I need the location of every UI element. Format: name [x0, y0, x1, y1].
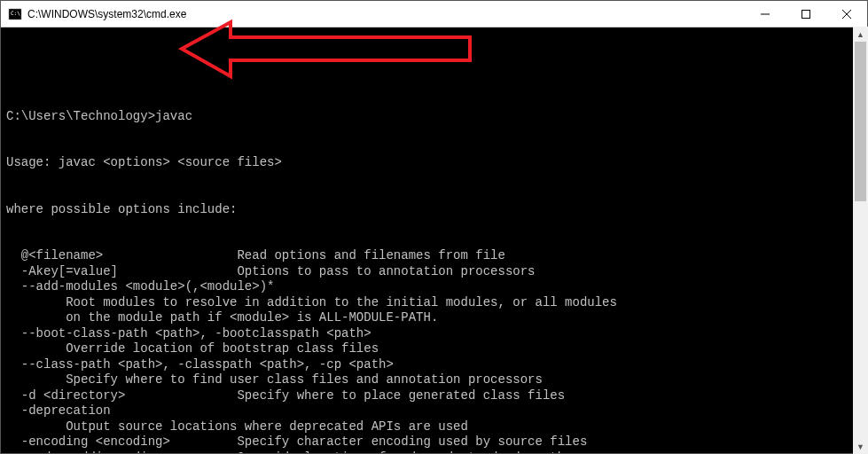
output-line: -deprecation — [6, 403, 862, 419]
window-controls — [745, 1, 867, 27]
scroll-thumb[interactable] — [855, 42, 866, 201]
cmd-window: C:\ C:\WINDOWS\system32\cmd.exe C:\Users… — [0, 0, 868, 454]
titlebar[interactable]: C:\ C:\WINDOWS\system32\cmd.exe — [1, 1, 867, 27]
output-line: -encoding <encoding> Specify character e… — [6, 434, 862, 450]
output-line: --boot-class-path <path>, -bootclasspath… — [6, 326, 862, 342]
output-line: --add-modules <module>(,<module>)* — [6, 279, 862, 295]
window-title: C:\WINDOWS\system32\cmd.exe — [27, 8, 745, 20]
cmd-icon: C:\ — [8, 7, 22, 21]
output-line: --class-path <path>, -classpath <path>, … — [6, 357, 862, 373]
blank-line — [6, 62, 862, 78]
output-line: Root modules to resolve in addition to t… — [6, 295, 862, 311]
terminal-output[interactable]: C:\Users\Technology>javac Usage: javac <… — [1, 27, 867, 453]
prompt-path: C:\Users\Technology> — [6, 109, 155, 123]
output-line: -Akey[=value] Options to pass to annotat… — [6, 264, 862, 280]
svg-text:C:\: C:\ — [11, 10, 20, 16]
scroll-track[interactable] — [853, 42, 868, 439]
output-line: -d <directory> Specify where to place ge… — [6, 388, 862, 404]
vertical-scrollbar[interactable]: ▲ ▼ — [853, 27, 868, 454]
prompt-line: C:\Users\Technology>javac — [6, 109, 862, 125]
minimize-button[interactable] — [745, 1, 786, 27]
scroll-up-arrow[interactable]: ▲ — [853, 27, 868, 42]
scroll-down-arrow[interactable]: ▼ — [853, 439, 868, 454]
output-line: Specify where to find user class files a… — [6, 372, 862, 388]
output-line: on the module path if <module> is ALL-MO… — [6, 310, 862, 326]
usage-line: Usage: javac <options> <source files> — [6, 155, 862, 171]
where-line: where possible options include: — [6, 202, 862, 218]
output-line: -endorseddirs <dirs> Override location o… — [6, 450, 862, 454]
maximize-button[interactable] — [786, 1, 826, 27]
output-line: Override location of bootstrap class fil… — [6, 341, 862, 357]
output-line: @<filename> Read options and filenames f… — [6, 248, 862, 264]
svg-rect-3 — [802, 10, 810, 18]
close-button[interactable] — [826, 1, 867, 27]
prompt-command: javac — [155, 109, 192, 123]
output-line: Output source locations where deprecated… — [6, 419, 862, 435]
